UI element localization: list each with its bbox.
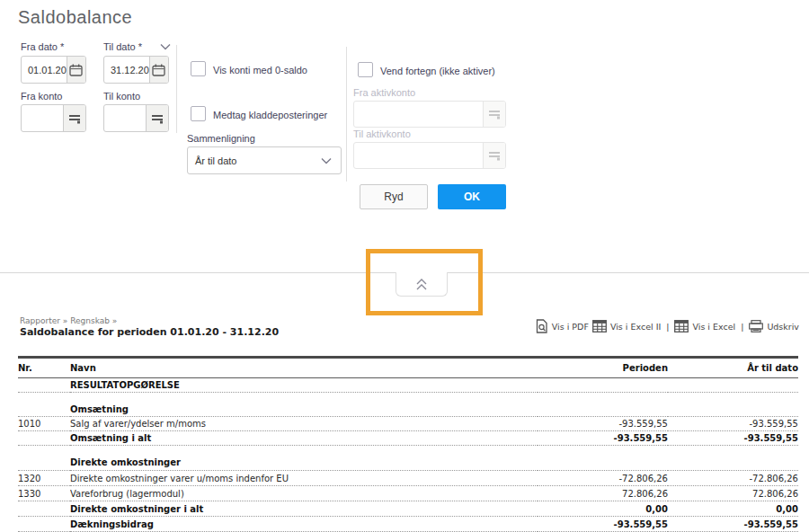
header-ytd: År til dato xyxy=(668,358,798,378)
table-row: Direkte omkostninger i alt0,000,00 xyxy=(18,501,798,517)
table-header-row: Nr. Navn Perioden År til dato xyxy=(18,358,798,378)
cell-perioden: 72.806,26 xyxy=(538,486,668,501)
cell-perioden: -93.559,55 xyxy=(538,517,668,532)
header-navn: Navn xyxy=(70,358,538,378)
collapse-panel-button[interactable] xyxy=(396,272,448,297)
excel-grid-icon xyxy=(592,320,607,332)
account-lookup-icon xyxy=(483,102,505,127)
cell-nr xyxy=(18,431,70,446)
fra-dato-value[interactable]: 01.01.20 xyxy=(22,57,67,83)
cell-perioden xyxy=(538,403,668,417)
cell-ytd: -93.559,55 xyxy=(668,517,798,532)
header-perioden: Perioden xyxy=(538,358,668,378)
til-aktivkonto-field xyxy=(353,142,506,169)
til-dato-field[interactable]: 31.12.20 xyxy=(103,56,169,84)
account-lookup-icon xyxy=(483,143,505,168)
table-row: 1320Direkte omkostninger varer u/moms in… xyxy=(18,471,798,486)
page-title: Saldobalance xyxy=(18,7,132,28)
view-excel2-link[interactable]: Vis i Excel II xyxy=(592,320,661,332)
cell-navn: Omsætning xyxy=(70,403,538,417)
til-dato-value[interactable]: 31.12.20 xyxy=(104,57,149,83)
calendar-icon[interactable] xyxy=(149,57,168,83)
report-toolbar: Vis i PDF Vis i Excel II | Vis i Excel |… xyxy=(536,319,799,333)
vis-konti-label: Vis konti med 0-saldo xyxy=(213,65,307,75)
toolbar-separator: | xyxy=(741,322,743,332)
cell-ytd xyxy=(668,456,798,471)
cell-ytd: -93.559,55 xyxy=(668,417,798,431)
cell-ytd: 0,00 xyxy=(668,501,798,517)
view-pdf-link[interactable]: Vis i PDF xyxy=(536,319,589,333)
table-body: RESULTATOPGØRELSEOmsætning1010Salg af va… xyxy=(18,378,798,532)
cell-ytd xyxy=(668,378,798,393)
table-row: 1330Vareforbrug (lagermodul)72.806,2672.… xyxy=(18,486,798,501)
account-lookup-icon[interactable] xyxy=(63,105,85,131)
cell-perioden xyxy=(538,456,668,471)
divider xyxy=(176,45,177,133)
cell-nr xyxy=(18,403,70,417)
cell-perioden: -93.559,55 xyxy=(538,417,668,431)
medtag-kladde-checkbox[interactable] xyxy=(191,106,206,121)
cell-navn: RESULTATOPGØRELSE xyxy=(70,378,538,393)
til-aktivkonto-label: Til aktivkonto xyxy=(353,129,411,139)
cell-nr: 1320 xyxy=(18,471,70,486)
til-konto-label: Til konto xyxy=(103,91,140,102)
print-label: Udskriv xyxy=(767,322,799,332)
sammenligning-value: År til dato xyxy=(195,155,236,166)
fra-aktivkonto-value xyxy=(354,102,483,127)
vend-fortegn-label: Vend fortegn (ikke aktiver) xyxy=(380,66,495,76)
view-excel2-label: Vis i Excel II xyxy=(610,322,661,332)
vis-konti-checkbox[interactable] xyxy=(191,61,206,76)
view-excel-label: Vis i Excel xyxy=(692,322,735,332)
cell-perioden xyxy=(538,378,668,393)
print-link[interactable]: Udskriv xyxy=(749,320,799,332)
fra-konto-field[interactable] xyxy=(21,104,86,132)
breadcrumb[interactable]: Rapporter » Regnskab » xyxy=(20,316,117,325)
table-row: Dækningsbidrag-93.559,55-93.559,55 xyxy=(18,517,798,532)
ryd-button[interactable]: Ryd xyxy=(360,184,428,209)
excel-grid-icon xyxy=(674,320,689,332)
cell-navn: Direkte omkostninger varer u/moms indenf… xyxy=(70,471,538,486)
table-row: 1010Salg af varer/ydelser m/moms-93.559,… xyxy=(18,417,798,431)
fra-dato-field[interactable]: 01.01.20 xyxy=(21,56,86,84)
account-lookup-icon[interactable] xyxy=(146,105,168,131)
fra-konto-value[interactable] xyxy=(22,105,63,131)
table-spacer-row xyxy=(18,446,798,456)
view-pdf-label: Vis i PDF xyxy=(552,322,589,332)
header-nr: Nr. xyxy=(18,358,70,378)
cell-ytd: -72.806,26 xyxy=(668,471,798,486)
table-row: Direkte omkostninger xyxy=(18,456,798,471)
fra-aktivkonto-field xyxy=(353,101,506,128)
cell-perioden: -93.559,55 xyxy=(538,431,668,446)
cell-nr xyxy=(18,517,70,532)
sammenligning-select[interactable]: År til dato xyxy=(187,146,342,174)
table-row: Omsætning i alt-93.559,55-93.559,55 xyxy=(18,431,798,446)
cell-navn: Dækningsbidrag xyxy=(70,517,538,532)
fra-aktivkonto-label: Fra aktivkonto xyxy=(353,87,415,98)
collapse-filters-chevron-icon[interactable] xyxy=(160,43,171,50)
sammenligning-label: Sammenligning xyxy=(187,133,255,144)
cell-navn: Omsætning i alt xyxy=(70,431,538,446)
vend-fortegn-checkbox[interactable] xyxy=(358,62,373,77)
spacer-cell xyxy=(18,393,798,403)
medtag-kladde-label: Medtag kladdeposteringer xyxy=(213,110,327,120)
spacer-cell xyxy=(18,446,798,456)
table-spacer-row xyxy=(18,393,798,403)
til-aktivkonto-value xyxy=(354,143,483,168)
cell-navn: Direkte omkostninger xyxy=(70,456,538,471)
cell-ytd: 72.806,26 xyxy=(668,486,798,501)
cell-nr xyxy=(18,378,70,393)
cell-nr: 1330 xyxy=(18,486,70,501)
til-konto-value[interactable] xyxy=(104,105,146,131)
balance-table: Nr. Navn Perioden År til dato RESULTATOP… xyxy=(18,356,798,532)
cell-navn: Vareforbrug (lagermodul) xyxy=(70,486,538,501)
report-title: Saldobalance for perioden 01.01.20 - 31.… xyxy=(20,326,279,338)
til-konto-field[interactable] xyxy=(103,104,169,132)
cell-nr xyxy=(18,501,70,517)
ok-button[interactable]: OK xyxy=(438,184,506,209)
cell-nr: 1010 xyxy=(18,417,70,431)
calendar-icon[interactable] xyxy=(67,57,85,83)
saldobalance-page: Saldobalance Fra dato * Til dato * 01.01… xyxy=(0,0,809,532)
fra-konto-label: Fra konto xyxy=(21,91,62,102)
chevron-down-icon xyxy=(321,157,332,164)
view-excel-link[interactable]: Vis i Excel xyxy=(674,320,735,332)
